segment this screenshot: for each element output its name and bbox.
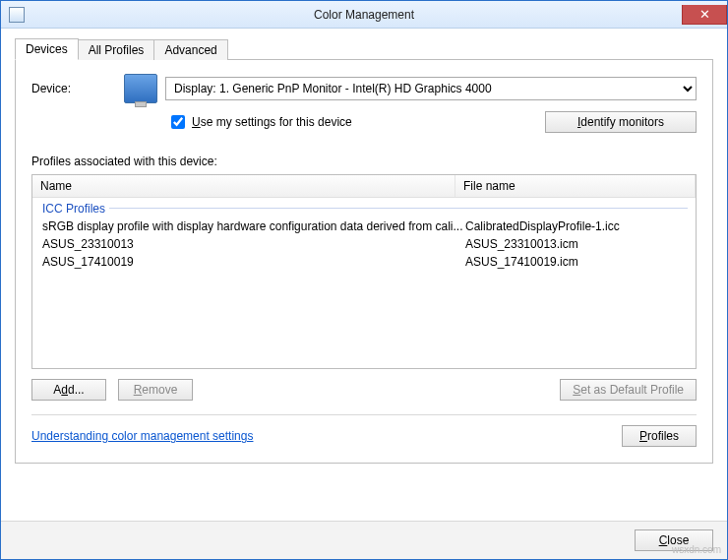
profile-buttons-row: Add... Remove Set as Default Profile — [31, 379, 697, 401]
header-file[interactable]: File name — [455, 175, 696, 197]
separator — [31, 414, 697, 415]
titlebar: Color Management ✕ — [1, 1, 727, 29]
listview-headers: Name File name — [32, 175, 696, 198]
help-link[interactable]: Understanding color management settings — [31, 429, 253, 443]
identify-text: dentify monitors — [580, 115, 664, 129]
use-settings-row: Use my settings for this device Identify… — [167, 111, 697, 133]
device-row: Device: Display: 1. Generic PnP Monitor … — [31, 74, 697, 103]
client-area: Devices All Profiles Advanced Device: Di… — [1, 29, 727, 521]
listview-rows: sRGB display profile with display hardwa… — [32, 218, 696, 271]
device-label: Device: — [31, 82, 124, 95]
use-settings-checkbox[interactable] — [171, 115, 185, 129]
use-settings-label[interactable]: Use my settings for this device — [167, 112, 352, 132]
profiles-button[interactable]: Profiles — [622, 425, 697, 447]
cell-file: ASUS_23310013.icm — [465, 237, 688, 251]
profiles-section-label: Profiles associated with this device: — [31, 155, 697, 168]
cell-name: ASUS_23310013 — [42, 237, 465, 251]
use-settings-text: se my settings for this device — [201, 115, 352, 129]
tab-all-profiles[interactable]: All Profiles — [78, 39, 155, 60]
listview-group-icc: ICC Profiles — [32, 198, 696, 218]
profiles-listview[interactable]: Name File name ICC Profiles sRGB display… — [31, 174, 697, 369]
cell-file: CalibratedDisplayProfile-1.icc — [465, 219, 688, 233]
table-row[interactable]: ASUS_23310013ASUS_23310013.icm — [32, 235, 696, 253]
add-button[interactable]: Add... — [31, 379, 106, 401]
window-title: Color Management — [1, 8, 727, 22]
set-default-button[interactable]: Set as Default Profile — [560, 379, 697, 401]
identify-monitors-button[interactable]: Identify monitors — [545, 111, 697, 133]
cell-file: ASUS_17410019.icm — [465, 255, 688, 269]
remove-button[interactable]: Remove — [118, 379, 193, 401]
window: Color Management ✕ Devices All Profiles … — [0, 0, 728, 560]
tab-devices[interactable]: Devices — [15, 38, 79, 60]
tabstrip: Devices All Profiles Advanced — [15, 38, 713, 60]
close-dialog-button[interactable]: Close — [635, 529, 713, 551]
footer: Close — [1, 521, 727, 559]
table-row[interactable]: ASUS_17410019ASUS_17410019.icm — [32, 253, 696, 271]
header-name[interactable]: Name — [32, 175, 455, 197]
close-icon: ✕ — [699, 7, 710, 22]
monitor-icon — [124, 74, 157, 103]
app-icon — [9, 7, 25, 23]
cell-name: ASUS_17410019 — [42, 255, 465, 269]
close-button[interactable]: ✕ — [682, 5, 727, 25]
bottom-row: Understanding color management settings … — [31, 425, 697, 447]
tab-advanced[interactable]: Advanced — [153, 39, 227, 60]
tabpage-devices: Device: Display: 1. Generic PnP Monitor … — [15, 60, 713, 464]
device-select[interactable]: Display: 1. Generic PnP Monitor - Intel(… — [165, 77, 697, 100]
table-row[interactable]: sRGB display profile with display hardwa… — [32, 218, 696, 235]
cell-name: sRGB display profile with display hardwa… — [42, 219, 465, 233]
